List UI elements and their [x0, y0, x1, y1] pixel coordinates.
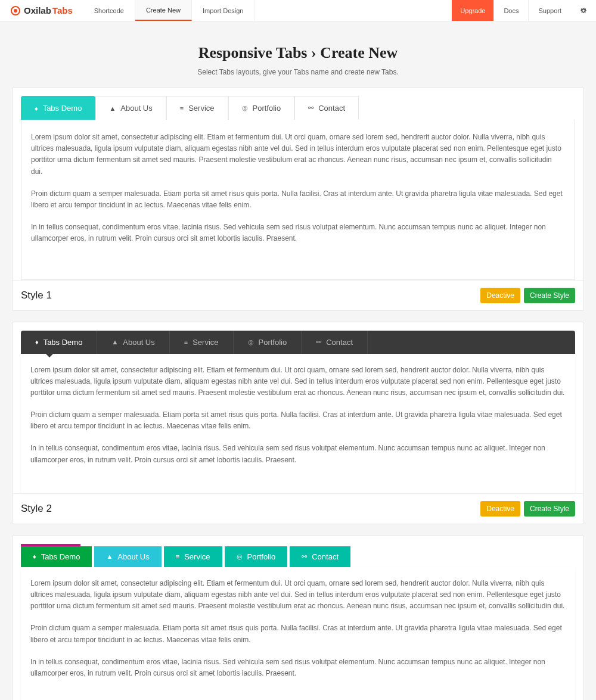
para: In in tellus consequat, condimentum eros… [30, 657, 566, 679]
tab-label: Tabs Demo [43, 104, 82, 113]
logo[interactable]: Oxilab Tabs [0, 5, 83, 15]
user-icon: ▲ [111, 338, 118, 346]
topbar: Oxilab Tabs Shortcode Create New Import … [0, 0, 596, 21]
tab-label: Tabs Demo [44, 338, 83, 347]
list-icon: ≡ [184, 338, 188, 346]
tab-portfolio[interactable]: ◎Portfolio [228, 96, 295, 120]
page-subtitle: Select Tabs layouts, give your Tabs name… [12, 68, 584, 76]
tab-demo[interactable]: ♦Tabs Demo [21, 331, 97, 354]
tab-portfolio[interactable]: ◎Portfolio [234, 331, 302, 354]
tab-label: Tabs Demo [41, 552, 80, 561]
nav-support[interactable]: Support [528, 0, 571, 21]
tab-label: Service [184, 552, 210, 561]
nav-create-new[interactable]: Create New [135, 0, 192, 21]
drop-icon: ♦ [35, 105, 38, 112]
para: Lorem ipsum dolor sit amet, consectetur … [30, 578, 566, 612]
logo-text2: Tabs [52, 5, 73, 15]
gear-icon [579, 7, 588, 15]
tab-portfolio[interactable]: ◎Portfolio [225, 546, 288, 567]
link-icon: ⚯ [308, 104, 313, 112]
drop-icon: ♦ [35, 338, 39, 346]
tabs-style1: ♦Tabs Demo ▲About Us ≡Service ◎Portfolio… [21, 96, 575, 120]
tab-contact[interactable]: ⚯Contact [294, 96, 359, 120]
tab-content: Lorem ipsum dolor sit amet, consectetur … [21, 567, 575, 700]
logo-icon [11, 6, 20, 15]
tab-service[interactable]: ≡Service [170, 331, 234, 354]
list-icon: ≡ [180, 105, 184, 112]
tabs-style3: ♦Tabs Demo ▲About Us ≡Service ◎Portfolio… [21, 546, 575, 567]
para: Proin dictum quam a semper malesuada. Et… [31, 188, 565, 211]
tab-label: Portfolio [247, 552, 276, 561]
tab-label: Service [193, 338, 218, 347]
nav-shortcode[interactable]: Shortcode [83, 0, 135, 21]
link-icon: ⚯ [316, 338, 321, 346]
para: Lorem ipsum dolor sit amet, consectetur … [31, 132, 565, 178]
style-label: Style 2 [21, 503, 52, 515]
page-title: Responsive Tabs › Create New [12, 44, 584, 62]
user-icon: ▲ [106, 553, 113, 560]
style-card-3: ♦Tabs Demo ▲About Us ≡Service ◎Portfolio… [12, 535, 584, 700]
tab-label: About Us [120, 104, 152, 113]
tab-label: Portfolio [253, 104, 281, 113]
tab-content: Lorem ipsum dolor sit amet, consectetur … [21, 354, 575, 493]
drop-icon: ♦ [33, 553, 36, 560]
para: Proin dictum quam a semper malesuada. Et… [30, 409, 566, 432]
create-style-button[interactable]: Create Style [524, 288, 575, 303]
create-style-button[interactable]: Create Style [524, 501, 575, 517]
tab-label: Contact [326, 338, 353, 347]
para: In in tellus consequat, condimentum eros… [30, 443, 566, 465]
upgrade-button[interactable]: Upgrade [452, 0, 493, 21]
tab-contact[interactable]: ⚯Contact [302, 331, 368, 354]
link-icon: ⚯ [302, 553, 307, 561]
tab-about[interactable]: ▲About Us [97, 331, 169, 354]
tab-label: Service [188, 104, 214, 113]
tab-contact[interactable]: ⚯Contact [290, 546, 350, 567]
settings-button[interactable] [571, 7, 596, 15]
style-card-1: ♦Tabs Demo ▲About Us ≡Service ◎Portfolio… [12, 87, 584, 311]
tab-label: About Us [117, 552, 149, 561]
target-icon: ◎ [237, 553, 243, 561]
target-icon: ◎ [248, 338, 254, 346]
nav-docs[interactable]: Docs [493, 0, 528, 21]
tab-service[interactable]: ≡Service [166, 96, 228, 120]
para: Lorem ipsum dolor sit amet, consectetur … [30, 365, 566, 399]
style-card-2: ♦Tabs Demo ▲About Us ≡Service ◎Portfolio… [12, 322, 584, 524]
tab-about[interactable]: ▲About Us [95, 96, 166, 120]
tab-content: Lorem ipsum dolor sit amet, consectetur … [21, 120, 575, 280]
tab-about[interactable]: ▲About Us [94, 546, 161, 567]
page: Responsive Tabs › Create New Select Tabs… [0, 21, 596, 700]
tab-demo[interactable]: ♦Tabs Demo [21, 96, 95, 120]
tabs-style2: ♦Tabs Demo ▲About Us ≡Service ◎Portfolio… [21, 331, 575, 354]
style-label: Style 1 [21, 290, 52, 301]
para: In in tellus consequat, condimentum eros… [31, 222, 565, 244]
logo-text1: Oxilab [24, 5, 51, 15]
para: Proin dictum quam a semper malesuada. Et… [30, 623, 566, 645]
tab-label: Contact [312, 552, 339, 561]
tab-demo[interactable]: ♦Tabs Demo [21, 546, 92, 567]
deactive-button[interactable]: Deactive [480, 288, 520, 303]
tab-label: Portfolio [259, 338, 287, 347]
target-icon: ◎ [242, 104, 248, 112]
nav-import-design[interactable]: Import Design [192, 0, 254, 21]
tab-label: Contact [318, 104, 345, 113]
tab-label: About Us [123, 338, 154, 347]
deactive-button[interactable]: Deactive [480, 501, 520, 517]
tab-service[interactable]: ≡Service [164, 546, 222, 567]
topnav: Shortcode Create New Import Design [83, 0, 255, 21]
list-icon: ≡ [176, 553, 179, 560]
user-icon: ▲ [109, 105, 116, 112]
